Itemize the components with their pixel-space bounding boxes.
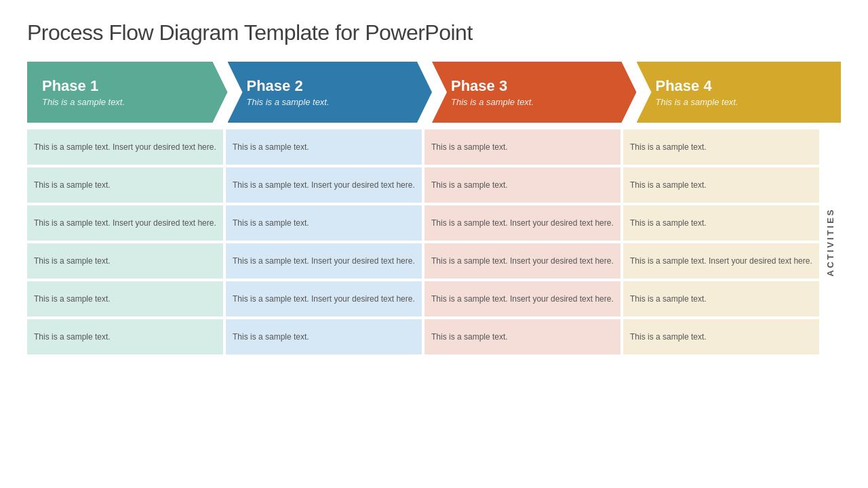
phase3-subtitle: This is a sample text. (451, 97, 623, 107)
table-row: This is a sample text. Insert your desir… (27, 205, 223, 241)
activities-grid: This is a sample text. Insert your desir… (27, 129, 819, 354)
table-row: This is a sample text. Insert your desir… (27, 129, 223, 165)
table-row: This is a sample text. (623, 205, 819, 241)
table-row: This is a sample text. (623, 281, 819, 317)
phase1-title: Phase 1 (42, 77, 214, 95)
phase3-title: Phase 3 (451, 77, 623, 95)
table-row: This is a sample text. (27, 319, 223, 354)
phase4-arrow: Phase 4 This is a sample text. (637, 62, 842, 123)
table-row: This is a sample text. Insert your desir… (226, 167, 422, 203)
table-row: This is a sample text. Insert your desir… (226, 243, 422, 279)
activities-wrapper: This is a sample text. Insert your desir… (27, 129, 841, 354)
table-row: This is a sample text. Insert your desir… (226, 281, 422, 317)
table-row: This is a sample text. (27, 281, 223, 317)
table-row: This is a sample text. (623, 319, 819, 354)
phase2-title: Phase 2 (247, 77, 419, 95)
phase1-arrow: Phase 1 This is a sample text. (27, 62, 228, 123)
phase4-title: Phase 4 (656, 77, 828, 95)
table-row: This is a sample text. Insert your desir… (425, 281, 620, 317)
phase2-subtitle: This is a sample text. (247, 97, 419, 107)
table-row: This is a sample text. (623, 167, 819, 203)
table-row: This is a sample text. Insert your desir… (425, 205, 620, 241)
table-row: This is a sample text. (226, 319, 422, 354)
activities-label: ACTIVITIES (819, 129, 841, 354)
phase1-subtitle: This is a sample text. (42, 97, 214, 107)
page-title: Process Flow Diagram Template for PowerP… (27, 20, 841, 45)
table-row: This is a sample text. (226, 205, 422, 241)
table-row: This is a sample text. Insert your desir… (623, 243, 819, 279)
table-row: This is a sample text. (425, 319, 620, 354)
phases-row: Phase 1 This is a sample text. Phase 2 T… (27, 62, 841, 123)
phase2-arrow: Phase 2 This is a sample text. (228, 62, 433, 123)
table-row: This is a sample text. (425, 129, 620, 165)
table-row: This is a sample text. (27, 243, 223, 279)
phase3-arrow: Phase 3 This is a sample text. (432, 62, 637, 123)
phase4-subtitle: This is a sample text. (656, 97, 828, 107)
table-row: This is a sample text. (623, 129, 819, 165)
table-row: This is a sample text. (27, 167, 223, 203)
table-row: This is a sample text. (226, 129, 422, 165)
table-row: This is a sample text. (425, 167, 620, 203)
table-row: This is a sample text. Insert your desir… (425, 243, 620, 279)
diagram-container: Phase 1 This is a sample text. Phase 2 T… (27, 62, 841, 354)
